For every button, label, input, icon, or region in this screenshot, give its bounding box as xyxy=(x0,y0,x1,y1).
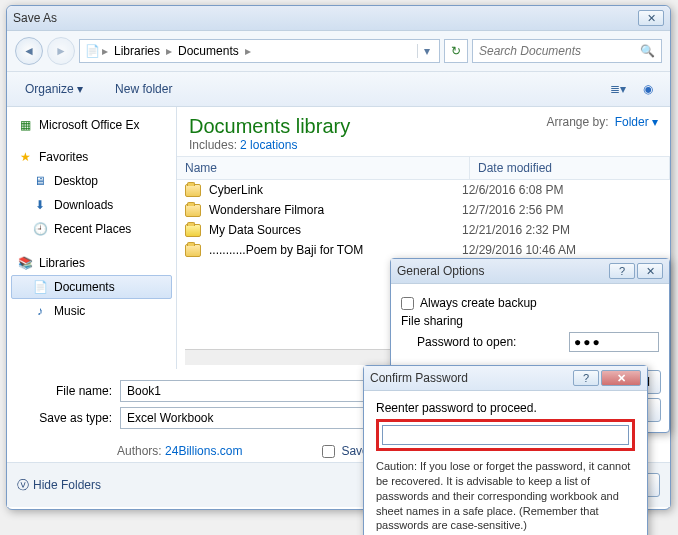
reenter-highlight xyxy=(376,419,635,451)
filesharing-label: File sharing xyxy=(401,314,659,328)
recent-icon: 🕘 xyxy=(32,221,48,237)
music-icon: ♪ xyxy=(32,303,48,319)
library-title: Documents library xyxy=(189,115,350,138)
locations-link[interactable]: 2 locations xyxy=(240,138,297,152)
library-subtitle: Includes: 2 locations xyxy=(189,138,350,152)
saveas-titlebar[interactable]: Save As ✕ xyxy=(7,6,670,31)
folder-icon xyxy=(185,224,201,237)
nav-documents[interactable]: 📄Documents xyxy=(11,275,172,299)
always-backup-label: Always create backup xyxy=(420,296,537,310)
file-row[interactable]: CyberLink12/6/2016 6:08 PM xyxy=(177,180,670,200)
pw-open-input[interactable] xyxy=(569,332,659,352)
nav-office[interactable]: ▦Microsoft Office Ex xyxy=(11,113,172,137)
organize-menu[interactable]: Organize ▾ xyxy=(17,79,91,99)
nav-libraries[interactable]: 📚Libraries xyxy=(11,251,172,275)
authors-label: Authors: xyxy=(117,444,162,458)
nav-music[interactable]: ♪Music xyxy=(11,299,172,323)
chevron-right-icon: ▸ xyxy=(245,44,251,58)
nav-pane: ▦Microsoft Office Ex ★Favorites 🖥Desktop… xyxy=(7,107,177,369)
nav-desktop[interactable]: 🖥Desktop xyxy=(11,169,172,193)
help-icon[interactable]: ? xyxy=(609,263,635,279)
col-date[interactable]: Date modified xyxy=(470,157,670,179)
help-button[interactable]: ◉ xyxy=(636,78,660,100)
search-input[interactable] xyxy=(479,44,634,58)
downloads-icon: ⬇ xyxy=(32,197,48,213)
breadcrumb-dropdown[interactable]: ▾ xyxy=(417,44,435,58)
refresh-button[interactable]: ↻ xyxy=(444,39,468,63)
genopt-titlebar[interactable]: General Options ? ✕ xyxy=(391,259,669,284)
star-icon: ★ xyxy=(17,149,33,165)
file-date: 12/29/2016 10:46 AM xyxy=(462,243,662,257)
confirm-title: Confirm Password xyxy=(370,371,468,385)
filename-label: File name: xyxy=(17,384,112,398)
excel-icon: ▦ xyxy=(17,117,33,133)
folder-icon xyxy=(185,184,201,197)
file-row[interactable]: My Data Sources12/21/2016 2:32 PM xyxy=(177,220,670,240)
breadcrumb-seg[interactable]: Documents xyxy=(174,44,243,58)
file-name: CyberLink xyxy=(209,183,454,197)
saveas-title: Save As xyxy=(13,11,57,25)
chevron-right-icon: ▸ xyxy=(102,44,108,58)
file-date: 12/6/2016 6:08 PM xyxy=(462,183,662,197)
hidefolders-button[interactable]: ⓥHide Folders xyxy=(17,477,101,494)
file-name: ...........Poem by Baji for TOM xyxy=(209,243,454,257)
file-name: My Data Sources xyxy=(209,223,454,237)
savethumb-checkbox[interactable] xyxy=(322,445,335,458)
folder-icon: 📄 xyxy=(84,43,100,59)
reenter-label: Reenter password to proceed. xyxy=(376,401,635,415)
libraries-icon: 📚 xyxy=(17,255,33,271)
forward-button[interactable]: ► xyxy=(47,37,75,65)
folder-icon xyxy=(185,204,201,217)
nav-favorites[interactable]: ★Favorites xyxy=(11,145,172,169)
file-name: Wondershare Filmora xyxy=(209,203,454,217)
confirm-titlebar[interactable]: Confirm Password ? ✕ xyxy=(364,366,647,391)
close-icon[interactable]: ✕ xyxy=(601,370,641,386)
search-icon: 🔍 xyxy=(640,44,655,58)
help-icon[interactable]: ? xyxy=(573,370,599,386)
desktop-icon: 🖥 xyxy=(32,173,48,189)
search-box[interactable]: 🔍 xyxy=(472,39,662,63)
close-icon[interactable]: ✕ xyxy=(637,263,663,279)
pw-open-label: Password to open: xyxy=(417,335,563,349)
col-name[interactable]: Name xyxy=(177,157,470,179)
view-button[interactable]: ≣▾ xyxy=(606,78,630,100)
breadcrumb[interactable]: 📄 ▸ Libraries ▸ Documents ▸ ▾ xyxy=(79,39,440,63)
chevron-right-icon: ▸ xyxy=(166,44,172,58)
arrange-dropdown[interactable]: Folder ▾ xyxy=(615,115,658,129)
newfolder-button[interactable]: New folder xyxy=(107,79,180,99)
close-icon[interactable]: ✕ xyxy=(638,10,664,26)
back-button[interactable]: ◄ xyxy=(15,37,43,65)
nav-downloads[interactable]: ⬇Downloads xyxy=(11,193,172,217)
chevron-up-icon: ⓥ xyxy=(17,477,29,494)
arrange-by: Arrange by: Folder ▾ xyxy=(546,115,658,129)
file-date: 12/7/2016 2:56 PM xyxy=(462,203,662,217)
file-row[interactable]: ...........Poem by Baji for TOM12/29/201… xyxy=(177,240,670,260)
reenter-input[interactable] xyxy=(382,425,629,445)
always-backup-checkbox[interactable] xyxy=(401,297,414,310)
genopt-title: General Options xyxy=(397,264,484,278)
documents-icon: 📄 xyxy=(32,279,48,295)
confirm-password-window: Confirm Password ? ✕ Reenter password to… xyxy=(363,365,648,535)
folder-icon xyxy=(185,244,201,257)
column-headers[interactable]: Name Date modified xyxy=(177,156,670,180)
breadcrumb-seg[interactable]: Libraries xyxy=(110,44,164,58)
file-date: 12/21/2016 2:32 PM xyxy=(462,223,662,237)
file-row[interactable]: Wondershare Filmora12/7/2016 2:56 PM xyxy=(177,200,670,220)
toolbar: Organize ▾ New folder ≣▾ ◉ xyxy=(7,72,670,107)
nav-row: ◄ ► 📄 ▸ Libraries ▸ Documents ▸ ▾ ↻ 🔍 xyxy=(7,31,670,72)
savetype-label: Save as type: xyxy=(17,411,112,425)
nav-recent[interactable]: 🕘Recent Places xyxy=(11,217,172,241)
authors-value[interactable]: 24Billions.com xyxy=(165,444,242,458)
caution-text: Caution: If you lose or forget the passw… xyxy=(376,459,635,533)
